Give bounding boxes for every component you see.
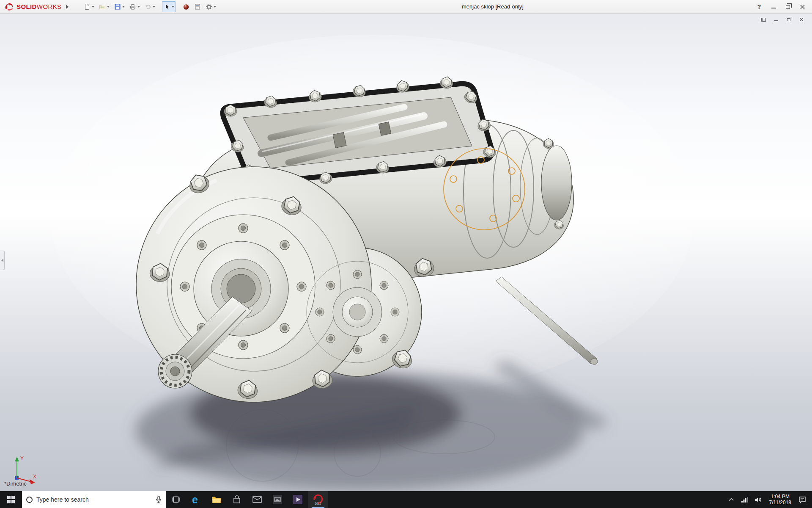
system-tray: 1:04 PM 7/11/2018	[725, 491, 812, 508]
document-close-button[interactable]	[798, 16, 805, 23]
restore-button[interactable]	[782, 1, 794, 12]
graphics-area[interactable]: Y X *Dimetric	[0, 14, 812, 491]
dropdown-caret-icon	[122, 6, 125, 8]
search-input[interactable]	[36, 496, 152, 503]
print-icon	[129, 3, 136, 10]
edge-browser-button[interactable]: e	[186, 491, 206, 508]
dropdown-caret-icon	[172, 6, 174, 8]
document-window-controls	[760, 16, 805, 23]
file-explorer-button[interactable]	[206, 491, 227, 508]
display-pane-toggle[interactable]	[760, 16, 767, 23]
mail-envelope-icon	[252, 496, 262, 503]
main-toolbar	[82, 1, 218, 12]
appearances-button[interactable]	[181, 1, 191, 12]
dropdown-caret-icon	[214, 6, 216, 8]
mail-button[interactable]	[247, 491, 267, 508]
document-restore-button[interactable]	[785, 16, 793, 23]
new-document-icon	[84, 3, 91, 10]
task-view-button[interactable]	[166, 491, 186, 508]
store-button[interactable]	[227, 491, 247, 508]
store-bag-icon	[233, 495, 241, 504]
options-button[interactable]	[204, 1, 218, 12]
undo-button[interactable]	[143, 1, 157, 12]
dropdown-caret-icon	[137, 6, 140, 8]
file-properties-icon	[194, 3, 201, 10]
folder-icon	[211, 495, 222, 504]
display-pane-icon	[761, 18, 766, 22]
windows-logo-icon	[7, 496, 15, 503]
windows-taskbar: e	[0, 491, 812, 508]
minimize-button[interactable]	[767, 1, 780, 12]
restore-icon	[786, 5, 790, 9]
y-axis-label: Y	[20, 456, 24, 461]
help-icon: ?	[757, 3, 761, 10]
dropdown-caret-icon	[92, 6, 94, 8]
action-center-icon	[798, 496, 806, 503]
document-minimize-button[interactable]	[772, 16, 780, 23]
file-properties-button[interactable]	[192, 1, 203, 12]
save-icon	[114, 3, 121, 10]
solidworks-taskbar-button[interactable]: 2017	[308, 491, 328, 508]
solidworks-window: SOLIDWORKS	[0, 0, 812, 508]
view-orientation-label: *Dimetric	[4, 480, 27, 487]
close-icon	[799, 17, 804, 22]
close-button[interactable]	[796, 1, 809, 12]
taskbar-clock[interactable]: 1:04 PM 7/11/2018	[765, 494, 796, 505]
svg-text:e: e	[192, 494, 198, 505]
clock-date: 7/11/2018	[769, 500, 792, 505]
save-button[interactable]	[112, 1, 126, 12]
solidworks-year-badge: 2017	[315, 502, 321, 505]
chevron-left-icon	[1, 259, 3, 262]
clock-time: 1:04 PM	[769, 494, 792, 500]
pinned-app-icon-6	[272, 494, 283, 505]
task-view-icon	[171, 496, 181, 503]
document-title: menjac sklop [Read-only]	[462, 3, 524, 10]
new-document-button[interactable]	[82, 1, 96, 12]
close-icon	[800, 5, 805, 9]
network-tray-button[interactable]	[738, 491, 752, 508]
options-gear-icon	[206, 3, 212, 10]
minimize-icon	[774, 20, 778, 21]
menu-expand-arrow[interactable]	[63, 2, 71, 12]
pinned-app-button-7[interactable]	[288, 491, 308, 508]
feature-manager-collapse-tab[interactable]	[0, 251, 5, 270]
print-button[interactable]	[128, 1, 142, 12]
volume-tray-button[interactable]	[752, 491, 765, 508]
pinned-app-icon-7	[293, 494, 303, 505]
network-icon	[741, 497, 748, 502]
flyout-arrow-icon	[66, 5, 69, 9]
volume-icon	[755, 497, 762, 503]
x-axis-label: X	[33, 474, 36, 480]
dassault-systemes-logo-icon	[4, 3, 14, 11]
solidworks-2017-icon: 2017	[313, 494, 324, 505]
hidden-icons-button[interactable]	[725, 491, 738, 508]
gearbox-model[interactable]	[0, 14, 812, 491]
appearance-sphere-icon	[183, 3, 189, 10]
help-button[interactable]: ?	[753, 1, 765, 12]
chevron-up-icon	[728, 497, 734, 502]
taskbar-search[interactable]	[22, 491, 166, 508]
undo-icon	[145, 3, 151, 10]
dropdown-caret-icon	[107, 6, 110, 8]
titlebar: SOLIDWORKS	[0, 0, 812, 14]
window-controls: ?	[753, 0, 809, 14]
action-center-button[interactable]	[795, 491, 809, 508]
open-document-button[interactable]	[97, 1, 111, 12]
minimize-icon	[771, 8, 776, 8]
open-folder-icon	[99, 3, 106, 10]
solidworks-logo: SOLIDWORKS	[0, 3, 63, 11]
select-cursor-icon	[164, 3, 170, 10]
microphone-icon[interactable]	[156, 496, 162, 503]
select-tool-button[interactable]	[162, 1, 176, 12]
cortana-icon	[26, 497, 33, 503]
edge-icon: e	[191, 494, 202, 505]
restore-icon	[787, 18, 790, 21]
dropdown-caret-icon	[153, 6, 155, 8]
app-name: SOLIDWORKS	[16, 3, 62, 10]
start-button[interactable]	[0, 491, 22, 508]
pinned-app-button-6[interactable]	[267, 491, 288, 508]
